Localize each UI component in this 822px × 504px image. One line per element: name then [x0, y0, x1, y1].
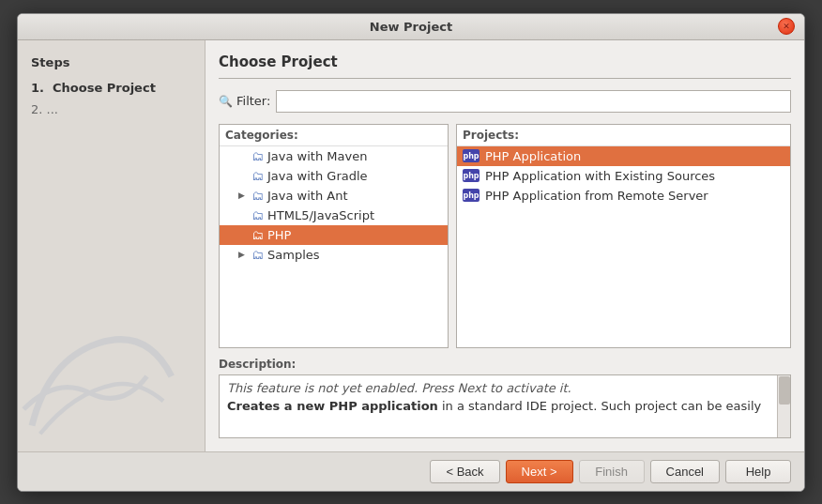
expand-arrow: ▶: [238, 250, 248, 259]
watermark-logo: [18, 311, 187, 442]
dialog-body: Steps 1. Choose Project 2. ... Choose Pr…: [18, 40, 804, 451]
steps-title: Steps: [31, 55, 191, 69]
category-java-ant[interactable]: ▶ 🗂 Java with Ant: [220, 186, 448, 206]
scroll-thumb: [779, 376, 790, 405]
categories-header: Categories:: [220, 125, 448, 146]
filter-label: 🔍 Filter:: [219, 94, 270, 108]
filter-row: 🔍 Filter:: [219, 90, 791, 113]
description-scrollbar[interactable]: [777, 375, 790, 437]
dialog-title: New Project: [370, 20, 452, 34]
category-java-gradle[interactable]: 🗂 Java with Gradle: [220, 166, 448, 186]
step-1: 1. Choose Project: [31, 79, 191, 97]
php-icon: php: [463, 169, 480, 182]
content-panel: Choose Project 🔍 Filter: Categories: 🗂: [206, 40, 804, 451]
next-button[interactable]: Next >: [506, 460, 573, 483]
project-label: PHP Application with Existing Sources: [485, 169, 715, 183]
category-label: Java with Gradle: [267, 169, 368, 183]
folder-icon: 🗂: [251, 149, 264, 163]
category-php[interactable]: 🗂 PHP: [220, 225, 448, 245]
categories-panel: Categories: 🗂 Java with Maven 🗂 Java wit…: [219, 124, 449, 348]
folder-icon: 🗂: [251, 189, 264, 203]
folder-icon: 🗂: [251, 248, 264, 262]
back-button[interactable]: < Back: [430, 460, 499, 483]
new-project-dialog: New Project Steps 1. Choose Project 2. .…: [17, 13, 805, 492]
description-text: Creates a new PHP application in a stand…: [227, 399, 761, 413]
step-2: 2. ...: [31, 100, 191, 118]
folder-icon: 🗂: [251, 228, 264, 242]
desc-normal: in a standard IDE project. Such project …: [442, 399, 761, 413]
section-title: Choose Project: [219, 53, 791, 79]
description-box: This feature is not yet enabled. Press N…: [219, 374, 791, 438]
description-label: Description:: [219, 358, 791, 371]
search-icon: 🔍: [219, 95, 233, 108]
expand-arrow: ▶: [238, 191, 248, 200]
folder-icon: 🗂: [251, 208, 264, 222]
folder-icon: 🗂: [251, 169, 264, 183]
desc-bold: Creates a new PHP application: [227, 399, 438, 413]
title-bar: New Project: [18, 14, 804, 40]
projects-header: Projects:: [457, 125, 790, 146]
category-label: PHP: [267, 228, 291, 242]
filter-input[interactable]: [276, 90, 791, 113]
finish-button[interactable]: Finish: [579, 460, 645, 483]
project-php-existing[interactable]: php PHP Application with Existing Source…: [457, 166, 790, 186]
button-bar: < Back Next > Finish Cancel Help: [18, 451, 804, 491]
cancel-button[interactable]: Cancel: [650, 460, 720, 483]
category-java-maven[interactable]: 🗂 Java with Maven: [220, 146, 448, 166]
category-html5[interactable]: 🗂 HTML5/JavaScript: [220, 206, 448, 225]
help-button[interactable]: Help: [725, 460, 791, 483]
php-icon: php: [463, 149, 480, 162]
project-php-application[interactable]: php PHP Application: [457, 146, 790, 166]
projects-panel: Projects: php PHP Application php PHP Ap…: [456, 124, 791, 348]
categories-projects-container: Categories: 🗂 Java with Maven 🗂 Java wit…: [219, 124, 791, 348]
project-label: PHP Application: [485, 149, 581, 163]
category-label: Java with Ant: [267, 189, 348, 203]
php-icon: php: [463, 189, 480, 202]
project-php-remote[interactable]: php PHP Application from Remote Server: [457, 186, 790, 206]
category-samples[interactable]: ▶ 🗂 Samples: [220, 245, 448, 265]
description-section: Description: This feature is not yet ena…: [219, 358, 791, 438]
category-label: HTML5/JavaScript: [267, 208, 374, 222]
category-label: Java with Maven: [267, 149, 367, 163]
category-label: Samples: [267, 248, 320, 262]
description-italic: This feature is not yet enabled. Press N…: [227, 381, 783, 395]
project-label: PHP Application from Remote Server: [485, 189, 708, 203]
close-button[interactable]: [778, 18, 795, 35]
steps-panel: Steps 1. Choose Project 2. ...: [18, 40, 206, 451]
